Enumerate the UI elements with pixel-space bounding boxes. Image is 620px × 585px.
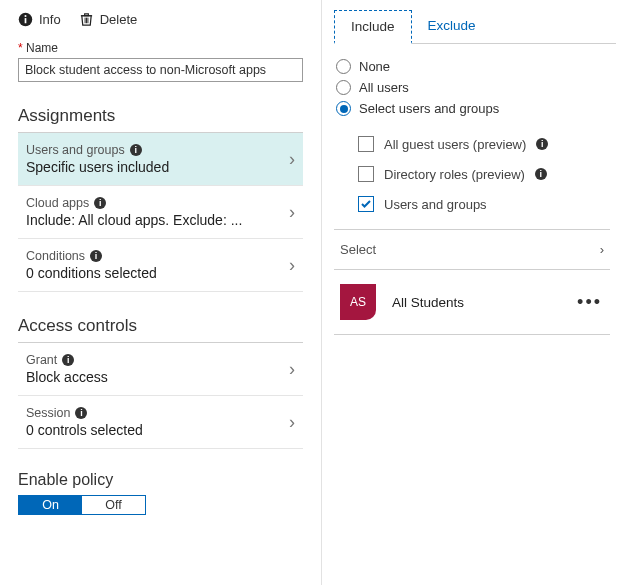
chevron-right-icon: › bbox=[289, 255, 295, 276]
scope-radio-group: None All users Select users and groups bbox=[334, 56, 616, 119]
chevron-right-icon: › bbox=[289, 412, 295, 433]
access-session[interactable]: Sessioni 0 controls selected › bbox=[18, 396, 303, 449]
info-label: Info bbox=[39, 12, 61, 27]
radio-icon bbox=[336, 59, 351, 74]
tab-exclude[interactable]: Exclude bbox=[412, 10, 492, 43]
divider bbox=[334, 334, 610, 335]
group-name: All Students bbox=[392, 295, 464, 310]
select-label: Select bbox=[340, 242, 376, 257]
assignments-users-groups[interactable]: Users and groupsi Specific users include… bbox=[18, 133, 303, 186]
svg-point-2 bbox=[24, 15, 26, 17]
radio-all-users[interactable]: All users bbox=[336, 77, 616, 98]
check-guest-users[interactable]: All guest users (preview) i bbox=[358, 129, 616, 159]
chevron-right-icon: › bbox=[289, 202, 295, 223]
delete-label: Delete bbox=[100, 12, 138, 27]
enable-policy-toggle[interactable]: On Off bbox=[18, 495, 146, 515]
toggle-off[interactable]: Off bbox=[82, 496, 145, 514]
toggle-on[interactable]: On bbox=[19, 496, 82, 514]
tab-include[interactable]: Include bbox=[334, 10, 412, 44]
radio-none[interactable]: None bbox=[336, 56, 616, 77]
info-icon[interactable]: i bbox=[62, 354, 74, 366]
subselect-checkboxes: All guest users (preview) i Directory ro… bbox=[334, 129, 616, 219]
required-asterisk: * bbox=[18, 41, 23, 55]
right-panel: Include Exclude None All users Select us… bbox=[322, 0, 620, 585]
access-grant[interactable]: Granti Block access › bbox=[18, 343, 303, 396]
checkbox-icon bbox=[358, 136, 374, 152]
group-avatar: AS bbox=[340, 284, 376, 320]
info-icon[interactable]: i bbox=[130, 144, 142, 156]
info-icon[interactable]: i bbox=[536, 138, 548, 150]
tabs: Include Exclude bbox=[334, 10, 616, 44]
radio-icon bbox=[336, 101, 351, 116]
select-row[interactable]: Select › bbox=[334, 229, 610, 270]
assignments-conditions[interactable]: Conditionsi 0 conditions selected › bbox=[18, 239, 303, 292]
info-icon bbox=[18, 12, 33, 27]
enable-policy-label: Enable policy bbox=[18, 471, 303, 489]
info-icon[interactable]: i bbox=[94, 197, 106, 209]
assignments-cloud-apps[interactable]: Cloud appsi Include: All cloud apps. Exc… bbox=[18, 186, 303, 239]
chevron-right-icon: › bbox=[289, 359, 295, 380]
checkbox-icon bbox=[358, 166, 374, 182]
section-access-controls: Access controls bbox=[18, 298, 303, 343]
check-users-groups[interactable]: Users and groups bbox=[358, 189, 616, 219]
radio-select-users-groups[interactable]: Select users and groups bbox=[336, 98, 616, 119]
info-icon[interactable]: i bbox=[90, 250, 102, 262]
radio-icon bbox=[336, 80, 351, 95]
check-directory-roles[interactable]: Directory roles (preview) i bbox=[358, 159, 616, 189]
info-button[interactable]: Info bbox=[18, 12, 61, 27]
name-input[interactable] bbox=[18, 58, 303, 82]
left-panel: Info Delete * Name Assignments Users and… bbox=[0, 0, 322, 585]
selected-group-row[interactable]: AS All Students ••• bbox=[334, 270, 616, 334]
info-icon[interactable]: i bbox=[535, 168, 547, 180]
chevron-right-icon: › bbox=[289, 149, 295, 170]
checkbox-icon bbox=[358, 196, 374, 212]
chevron-right-icon: › bbox=[600, 242, 604, 257]
info-icon[interactable]: i bbox=[75, 407, 87, 419]
trash-icon bbox=[79, 12, 94, 27]
toolbar: Info Delete bbox=[18, 10, 303, 27]
more-button[interactable]: ••• bbox=[577, 292, 610, 313]
svg-rect-1 bbox=[25, 18, 27, 23]
name-label: * Name bbox=[18, 41, 303, 55]
delete-button[interactable]: Delete bbox=[79, 12, 138, 27]
section-assignments: Assignments bbox=[18, 88, 303, 133]
